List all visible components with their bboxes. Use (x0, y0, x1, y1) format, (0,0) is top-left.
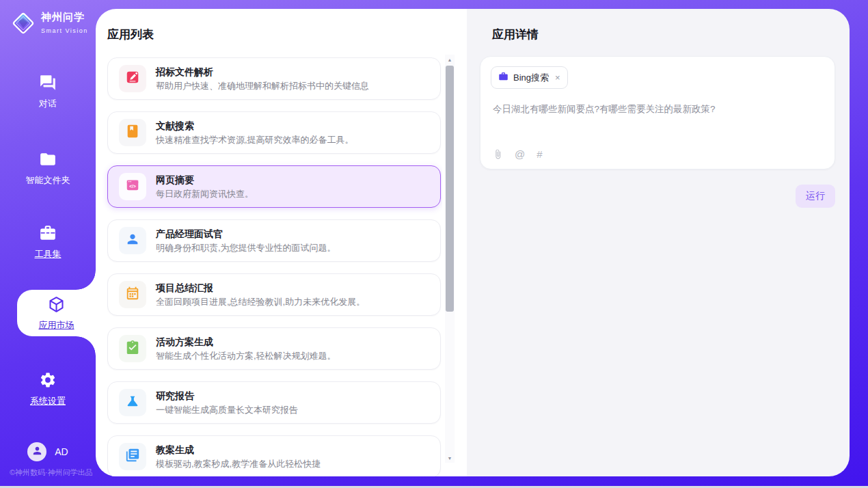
brand-name: 神州问学 (41, 11, 85, 23)
app-card-desc: 模板驱动,教案秒成,教学准备从此轻松快捷 (156, 459, 321, 469)
person-icon (31, 445, 43, 459)
avatar (27, 442, 46, 461)
chat-icon (39, 82, 57, 94)
cube-icon (47, 295, 66, 316)
app-card-title: 研究报告 (156, 390, 298, 401)
app-card[interactable]: 文献搜索 快速精准查找学术资源,提高研究效率的必备工具。 (107, 111, 441, 154)
book-icon (125, 124, 140, 141)
app-card-title: 教案生成 (156, 444, 321, 455)
folder-icon (39, 159, 57, 170)
content-area: 应用列表 招标文件解析 帮助用户快速、准确地理解和解析招标书中的关键信息 文献搜… (96, 9, 850, 476)
app-card[interactable]: 教案生成 模板驱动,教案秒成,教学准备从此轻松快捷 (107, 435, 441, 476)
app-card-desc: 一键智能生成高质量长文本研究报告 (156, 405, 298, 415)
brand-subtitle: Smart Vision (41, 27, 88, 34)
sidebar-item-应用市场[interactable]: 应用市场 (17, 290, 96, 336)
app-card[interactable]: 产品经理面试官 明确身份和职责,为您提供专业性的面试问题。 (107, 219, 441, 262)
sidebar-item-label: 应用市场 (39, 319, 74, 331)
scrollbar-thumb[interactable] (446, 66, 454, 312)
web-code-icon: </> (125, 178, 140, 195)
sidebar-item-label: 系统设置 (0, 395, 96, 407)
svg-text:</>: </> (129, 184, 136, 189)
app-window: 神州问学 Smart Vision 对话智能文件夹工具集应用市场系统设置 AD … (0, 0, 868, 488)
paperclip-icon[interactable] (493, 149, 503, 159)
app-card[interactable]: 招标文件解析 帮助用户快速、准确地理解和解析招标书中的关键信息 (107, 57, 441, 100)
clipboard-check-icon (125, 340, 140, 357)
app-card-title: 产品经理面试官 (156, 228, 336, 239)
calendar-icon (125, 286, 140, 303)
brand-diamond-icon (10, 10, 36, 36)
copyright: ©神州数码·神州问学出品 (10, 467, 93, 478)
sidebar-item-label: 智能文件夹 (0, 174, 96, 187)
attach-toolbar: @ # (493, 148, 543, 160)
app-list-title: 应用列表 (107, 27, 154, 42)
run-button[interactable]: 运行 (796, 185, 835, 208)
app-detail-title: 应用详情 (492, 27, 539, 42)
app-detail-panel: 应用详情 Bing搜索 × 今日湖北有哪些新闻要点?有哪些需要关注的最新政策? … (467, 9, 850, 476)
app-card[interactable]: </> 网页摘要 每日政府新闻资讯快查。 (107, 165, 441, 208)
query-card[interactable]: Bing搜索 × 今日湖北有哪些新闻要点?有哪些需要关注的最新政策? @ # (480, 56, 835, 170)
scroll-up-button[interactable]: ▲ (445, 55, 455, 64)
app-card[interactable]: 项目总结汇报 全面回顾项目进展,总结经验教训,助力未来优化发展。 (107, 273, 441, 316)
brand-logo: 神州问学 Smart Vision (10, 10, 96, 36)
edit-square-icon (125, 70, 140, 87)
tool-tag-label: Bing搜索 (513, 72, 549, 84)
scrollbar[interactable]: ▲ ▼ (445, 55, 455, 463)
app-card-title: 文献搜索 (156, 120, 354, 131)
toolbox-icon (39, 232, 57, 244)
person-icon (125, 232, 140, 249)
tag-close-icon[interactable]: × (555, 72, 560, 83)
app-card-title: 活动方案生成 (156, 336, 336, 347)
user-row[interactable]: AD (0, 442, 96, 461)
app-card-title: 网页摘要 (156, 174, 254, 185)
app-card-desc: 明确身份和职责,为您提供专业性的面试问题。 (156, 243, 336, 253)
app-card[interactable]: 活动方案生成 智能生成个性化活动方案,轻松解决规划难题。 (107, 327, 441, 370)
app-card-desc: 每日政府新闻资讯快查。 (156, 189, 254, 199)
app-card-title: 招标文件解析 (156, 66, 369, 77)
query-text[interactable]: 今日湖北有哪些新闻要点?有哪些需要关注的最新政策? (493, 103, 822, 116)
sidebar-item-工具集[interactable]: 工具集 (0, 224, 96, 260)
app-list-panel: 应用列表 招标文件解析 帮助用户快速、准确地理解和解析招标书中的关键信息 文献搜… (96, 9, 467, 476)
gear-icon (39, 379, 57, 391)
sidebar: 神州问学 Smart Vision 对话智能文件夹工具集应用市场系统设置 AD … (0, 0, 96, 486)
sidebar-item-label: 工具集 (0, 248, 96, 260)
sidebar-item-label: 对话 (0, 98, 96, 110)
app-card-desc: 帮助用户快速、准确地理解和解析招标书中的关键信息 (156, 81, 369, 91)
app-card-desc: 快速精准查找学术资源,提高研究效率的必备工具。 (156, 135, 354, 145)
app-card-title: 项目总结汇报 (156, 282, 365, 293)
tool-tag[interactable]: Bing搜索 × (491, 66, 568, 89)
sidebar-item-系统设置[interactable]: 系统设置 (0, 371, 96, 407)
mention-icon[interactable]: @ (515, 148, 525, 160)
books-icon (125, 448, 140, 465)
sidebar-item-对话[interactable]: 对话 (0, 74, 96, 110)
app-card[interactable]: 研究报告 一键智能生成高质量长文本研究报告 (107, 381, 441, 424)
flask-icon (125, 394, 140, 411)
app-card-desc: 全面回顾项目进展,总结经验教训,助力未来优化发展。 (156, 297, 365, 307)
scroll-down-button[interactable]: ▼ (445, 453, 455, 463)
briefcase-icon (498, 71, 508, 84)
sidebar-item-智能文件夹[interactable]: 智能文件夹 (0, 150, 96, 187)
app-card-desc: 智能生成个性化活动方案,轻松解决规划难题。 (156, 351, 336, 361)
hashtag-icon[interactable]: # (537, 148, 542, 160)
user-initials: AD (55, 446, 68, 457)
app-list: 招标文件解析 帮助用户快速、准确地理解和解析招标书中的关键信息 文献搜索 快速精… (96, 51, 442, 476)
